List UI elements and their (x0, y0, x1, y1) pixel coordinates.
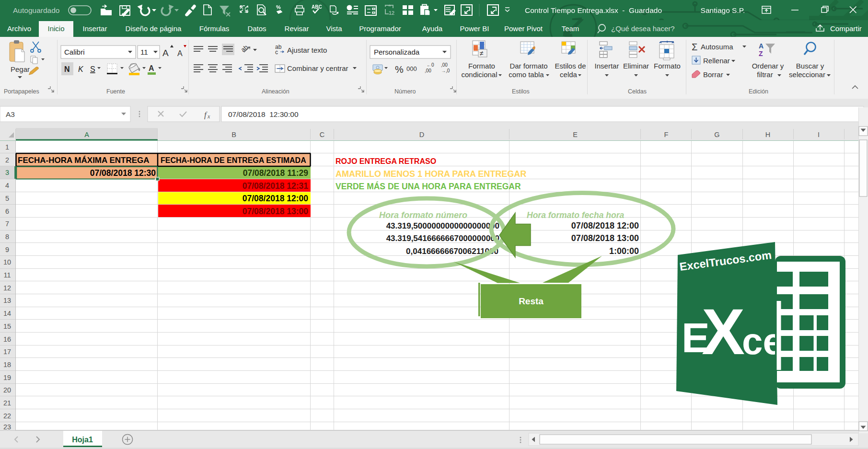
svg-text:Borrar: Borrar (703, 70, 723, 79)
svg-text:9: 9 (5, 246, 9, 253)
svg-text:Alineación: Alineación (262, 88, 289, 95)
svg-text:filtrar: filtrar (757, 70, 773, 79)
svg-text:07/08/2018 13:00: 07/08/2018 13:00 (243, 207, 308, 216)
svg-text:16: 16 (3, 335, 11, 343)
svg-text:Formato: Formato (468, 62, 495, 70)
svg-text:Resta: Resta (519, 296, 544, 306)
svg-text:18: 18 (3, 361, 11, 368)
svg-text:X: X (702, 296, 745, 368)
svg-text:Calibri: Calibri (64, 48, 85, 56)
svg-text:Celdas: Celdas (628, 88, 647, 95)
svg-text:Santiago S.P.: Santiago S.P. (701, 6, 745, 14)
svg-text:Inicio: Inicio (47, 24, 64, 33)
svg-text:07/08/2018 12:00: 07/08/2018 12:00 (243, 194, 308, 203)
svg-text:A: A (759, 42, 764, 50)
svg-text:Edición: Edición (749, 88, 768, 95)
svg-text:Diseño de página: Diseño de página (126, 24, 182, 33)
svg-text:43.319,5416666667000000000: 43.319,5416666667000000000 (386, 234, 499, 243)
svg-text:F: F (664, 131, 669, 138)
svg-text:17: 17 (3, 348, 11, 356)
svg-text:Estilos: Estilos (512, 88, 530, 95)
svg-text:Archivo: Archivo (7, 24, 31, 33)
svg-text:3: 3 (5, 169, 9, 176)
svg-text:11: 11 (3, 271, 11, 279)
svg-text:Número: Número (394, 88, 416, 95)
svg-text:Formato: Formato (654, 62, 681, 70)
svg-text:D: D (419, 131, 424, 138)
svg-text:Programador: Programador (359, 24, 401, 33)
svg-text:G: G (714, 131, 719, 138)
svg-text:B: B (231, 131, 236, 138)
svg-text:1: 1 (5, 143, 9, 151)
svg-text:15: 15 (3, 322, 11, 330)
svg-text:FECHA-HORA DE ENTREGA ESTIMADA: FECHA-HORA DE ENTREGA ESTIMADA (161, 156, 306, 164)
svg-text:Personalizada: Personalizada (374, 48, 420, 56)
svg-text:07/08/2018 12:00: 07/08/2018 12:00 (571, 221, 639, 230)
svg-text:VERDE MÁS DE UNA HORA PARA ENT: VERDE MÁS DE UNA HORA PARA ENTREGAR (336, 181, 521, 191)
svg-text:13: 13 (3, 297, 11, 304)
svg-text:07/08/2018 13:00: 07/08/2018 13:00 (571, 233, 639, 243)
svg-text:A: A (177, 49, 183, 58)
svg-text:Fórmulas: Fórmulas (199, 24, 230, 33)
svg-text:20: 20 (3, 386, 11, 394)
svg-text:%: % (276, 4, 281, 10)
svg-text:Hora formato número: Hora formato número (379, 210, 467, 220)
svg-text:H: H (765, 131, 770, 138)
svg-text:19: 19 (3, 374, 11, 381)
svg-text:Team: Team (562, 24, 579, 33)
svg-text:S: S (90, 65, 95, 73)
svg-text:Autosuma: Autosuma (701, 43, 733, 51)
svg-text:Eliminar: Eliminar (623, 62, 649, 70)
svg-text:Datos: Datos (247, 24, 266, 33)
svg-text:Ajustar texto: Ajustar texto (287, 46, 327, 54)
svg-text:C: C (320, 131, 324, 138)
svg-text:Dar formato: Dar formato (509, 62, 547, 70)
svg-text:¿Qué desea hacer?: ¿Qué desea hacer? (611, 24, 675, 33)
svg-text:Portapapeles: Portapapeles (4, 88, 39, 95)
svg-text:07/08/2018 12:30:00: 07/08/2018 12:30:00 (228, 110, 299, 118)
svg-text:14: 14 (3, 310, 11, 317)
svg-text:celda: celda (560, 70, 578, 79)
svg-text:E: E (573, 131, 578, 138)
svg-text:x: x (207, 113, 210, 120)
svg-text:A: A (162, 48, 169, 58)
svg-text:Buscar y: Buscar y (796, 62, 824, 70)
svg-text:Revisar: Revisar (285, 24, 309, 33)
svg-text:2: 2 (5, 156, 9, 164)
svg-text:←0: ←0 (427, 62, 434, 68)
svg-text:23: 23 (3, 423, 11, 430)
svg-text:Control Tiempo Entrega.xlsx -: Control Tiempo Entrega.xlsx - Guardado (525, 6, 662, 14)
svg-text:FECHA-HORA MÁXIMA ENTREGA: FECHA-HORA MÁXIMA ENTREGA (18, 156, 150, 165)
svg-text:como tabla: como tabla (509, 70, 544, 79)
svg-text:Σ: Σ (692, 42, 697, 52)
svg-text:12: 12 (389, 10, 394, 16)
svg-text:condicional: condicional (461, 70, 497, 79)
svg-text:→,0: →,0 (441, 68, 450, 73)
svg-text:A: A (84, 131, 89, 138)
svg-text:≠: ≠ (480, 49, 484, 57)
svg-text:Compartir: Compartir (830, 24, 862, 33)
svg-text:Power Pivot: Power Pivot (504, 24, 543, 33)
svg-text:Fuente: Fuente (106, 88, 125, 95)
svg-text:Hoja1: Hoja1 (72, 436, 93, 444)
svg-text:c: c (275, 49, 278, 56)
svg-text:Ayuda: Ayuda (422, 24, 443, 33)
svg-text:Z: Z (759, 50, 763, 58)
svg-text:22: 22 (3, 412, 11, 420)
svg-text:Power BI: Power BI (460, 24, 489, 33)
svg-text:Estilos de: Estilos de (555, 62, 586, 70)
svg-text:43.319,5000000000000000000: 43.319,5000000000000000000 (386, 221, 499, 230)
svg-text:Rellenar: Rellenar (703, 57, 730, 65)
svg-text:,00: ,00 (425, 68, 431, 73)
svg-text:5: 5 (5, 195, 9, 202)
svg-text:07/08/2018 12:30: 07/08/2018 12:30 (90, 168, 156, 178)
svg-text:Autoguardado: Autoguardado (13, 6, 59, 14)
svg-text:4: 4 (5, 182, 9, 189)
svg-text:07/08/2018 11:29: 07/08/2018 11:29 (243, 168, 309, 178)
svg-text:Insertar: Insertar (595, 62, 619, 70)
svg-text:7: 7 (5, 220, 9, 228)
svg-text:Insertar: Insertar (83, 24, 107, 33)
svg-text:10: 10 (3, 258, 11, 266)
svg-text:Hora formato fecha hora: Hora formato fecha hora (527, 210, 624, 220)
svg-text:6: 6 (5, 207, 9, 215)
